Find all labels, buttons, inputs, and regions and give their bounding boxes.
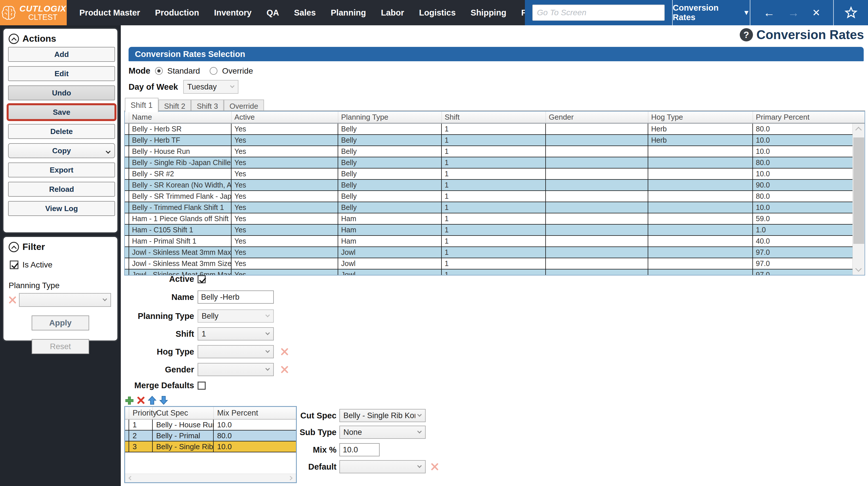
collapse-chevron-icon[interactable] xyxy=(9,34,19,44)
table-row[interactable]: Jowl - Skinless Meat 6mm Max SlYesJowl19… xyxy=(125,269,853,275)
nav-item-labor[interactable]: Labor xyxy=(381,8,404,18)
table-cell xyxy=(546,157,648,168)
add-row-plus-icon[interactable] xyxy=(125,396,133,405)
table-row[interactable]: Belly - House RunYesBelly110.0 xyxy=(125,146,853,157)
close-icon[interactable]: ✕ xyxy=(812,8,820,18)
column-header-gender[interactable]: Gender xyxy=(546,112,648,123)
table-row[interactable]: Jowl - Skinless Meat 3mm Max SlYesJowl19… xyxy=(125,247,853,258)
nav-item-production[interactable]: Production xyxy=(155,8,199,18)
scroll-left-icon[interactable] xyxy=(129,476,133,481)
goto-screen-field xyxy=(532,5,665,21)
nav-item-logistics[interactable]: Logistics xyxy=(419,8,456,18)
apply-button[interactable]: Apply xyxy=(32,315,89,330)
filter-planning-type-dropdown[interactable] xyxy=(19,293,111,307)
nav-item-shipping[interactable]: Shipping xyxy=(470,8,506,18)
table-row[interactable]: Belly - Herb SRYesBelly1Herb80.0 xyxy=(125,124,853,135)
table-row[interactable]: Belly - SR #2YesBelly110.0 xyxy=(125,169,853,180)
table-row[interactable]: Belly - Single Rib -Japan Chilled SYesBe… xyxy=(125,157,853,169)
undo-button[interactable]: Undo xyxy=(8,85,115,100)
column-header-mix-percent[interactable]: Mix Percent xyxy=(214,407,296,419)
clear-default-x-icon[interactable] xyxy=(430,462,439,471)
screen-selector-dropdown[interactable]: Conversion Rates ▼ xyxy=(673,0,750,25)
table-row[interactable]: Ham - Primal Shift 1YesHam140.0 xyxy=(125,236,853,247)
add-button[interactable]: Add xyxy=(8,47,115,62)
mix-table-row[interactable]: 2Belly - Primal80.0 xyxy=(125,430,296,442)
clear-gender-x-icon[interactable] xyxy=(280,365,289,374)
nav-item-sales[interactable]: Sales xyxy=(294,8,316,18)
table-cell xyxy=(648,224,753,235)
column-header-priority[interactable]: Priority xyxy=(129,407,153,419)
forward-arrow-icon[interactable]: → xyxy=(788,7,799,19)
table-row[interactable]: Ham - 1 Piece Glands off Shift 1YesHam15… xyxy=(125,213,853,224)
day-of-week-dropdown[interactable]: Tuesday xyxy=(183,80,239,94)
is-active-checkbox[interactable] xyxy=(10,261,19,269)
table-cell: 1 xyxy=(442,202,546,213)
table-row[interactable]: Belly - SR Korean (No Width, All BYesBel… xyxy=(125,180,853,191)
shift-dropdown[interactable]: 1 xyxy=(197,327,274,340)
column-header-shift[interactable]: Shift xyxy=(442,112,546,123)
column-header-cut-spec[interactable]: Cut Spec xyxy=(153,407,214,419)
reload-button[interactable]: Reload xyxy=(8,182,115,197)
row-indicator xyxy=(125,157,129,168)
gender-dropdown[interactable] xyxy=(197,363,274,376)
mode-override-radio[interactable] xyxy=(210,67,217,75)
help-icon[interactable]: ? xyxy=(740,28,753,41)
vertical-scrollbar[interactable] xyxy=(852,124,865,275)
table-row[interactable]: Belly - Herb TFYesBelly1Herb10.0 xyxy=(125,135,853,146)
horizontal-scrollbar[interactable] xyxy=(125,474,296,482)
scroll-right-icon[interactable] xyxy=(288,476,293,481)
mix-table-header: PriorityCut SpecMix Percent xyxy=(125,407,296,420)
tab-shift-1[interactable]: Shift 1 xyxy=(125,98,158,112)
star-icon[interactable] xyxy=(844,6,858,19)
edit-button[interactable]: Edit xyxy=(8,66,115,81)
table-row[interactable]: Jowl - Skinless Meat 3mm Sized SYesJowl1… xyxy=(125,258,853,269)
export-button[interactable]: Export xyxy=(8,162,115,177)
move-down-arrow-icon[interactable] xyxy=(159,396,168,405)
sub-type-dropdown[interactable]: None xyxy=(339,426,426,439)
table-cell xyxy=(546,169,648,179)
row-indicator xyxy=(125,420,129,430)
scroll-down-icon[interactable] xyxy=(855,266,862,272)
column-header-active[interactable]: Active xyxy=(231,112,338,123)
table-row[interactable]: Belly - Trimmed Flank Shift 1YesBelly110… xyxy=(125,202,853,213)
table-row[interactable]: Ham - C105 Shift 1YesHam11.0 xyxy=(125,224,853,236)
nav-item-inventory[interactable]: Inventory xyxy=(214,8,252,18)
column-header-name[interactable]: Name xyxy=(129,112,231,123)
table-row[interactable]: Belly - SR Trimmed Flank - JapanYesBelly… xyxy=(125,191,853,202)
mode-standard-radio[interactable] xyxy=(155,67,163,75)
planning-type-dropdown[interactable]: Belly xyxy=(197,309,274,323)
mix-percent-input[interactable] xyxy=(339,443,380,456)
collapse-chevron-icon[interactable] xyxy=(9,242,19,252)
mix-table-row[interactable]: 1Belly - House Run (2)10.0 xyxy=(125,420,296,430)
default-dropdown[interactable] xyxy=(339,460,426,473)
table-cell xyxy=(648,247,753,258)
nav-item-planning[interactable]: Planning xyxy=(331,8,366,18)
nav-item-product-master[interactable]: Product Master xyxy=(80,8,140,18)
scroll-up-icon[interactable] xyxy=(855,127,862,133)
column-header-primary-percent[interactable]: Primary Percent xyxy=(753,112,865,123)
cut-spec-dropdown[interactable]: Belly - Single Rib Korea xyxy=(339,409,426,422)
move-up-arrow-icon[interactable] xyxy=(148,396,156,405)
mix-table-cell: 2 xyxy=(129,430,153,441)
name-input[interactable] xyxy=(197,291,274,304)
clear-hog-type-x-icon[interactable] xyxy=(280,347,289,356)
row-indicator xyxy=(125,247,129,258)
active-checkbox[interactable] xyxy=(197,275,206,283)
goto-screen-input[interactable] xyxy=(533,5,664,20)
mix-table-row[interactable]: 3Belly - Single Rib Korea10.0 xyxy=(125,442,296,452)
delete-row-x-icon[interactable] xyxy=(136,396,145,405)
hog-type-dropdown[interactable] xyxy=(197,345,274,358)
column-header-planning-type[interactable]: Planning Type xyxy=(338,112,442,123)
reset-button[interactable]: Reset xyxy=(32,339,89,354)
save-button[interactable]: Save xyxy=(8,105,115,120)
merge-defaults-checkbox[interactable] xyxy=(197,382,206,390)
back-arrow-icon[interactable]: ← xyxy=(763,7,775,19)
column-header-hog-type[interactable]: Hog Type xyxy=(648,112,753,123)
table-cell: Belly xyxy=(338,169,442,179)
clear-filter-x-icon[interactable] xyxy=(8,296,17,304)
scrollbar-thumb[interactable] xyxy=(853,138,864,244)
copy-button[interactable]: Copy xyxy=(8,143,115,158)
delete-button[interactable]: Delete xyxy=(8,124,115,139)
nav-item-qa[interactable]: QA xyxy=(267,8,279,18)
view-log-button[interactable]: View Log xyxy=(8,201,115,216)
